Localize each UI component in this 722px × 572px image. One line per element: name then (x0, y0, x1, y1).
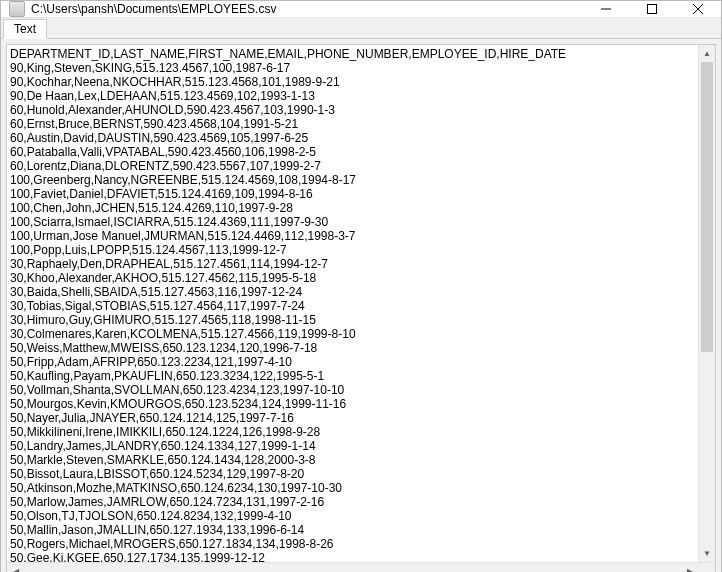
text-line: 30,Colmenares,Karen,KCOLMENA,515.127.456… (10, 327, 713, 341)
text-line: 50,Markle,Steven,SMARKLE,650.124.1434,12… (10, 453, 713, 467)
text-line: 50,Olson,TJ,TJOLSON,650.124.8234,132,199… (10, 509, 713, 523)
text-viewer: DEPARTMENT_ID,LAST_NAME,FIRST_NAME,EMAIL… (6, 44, 716, 572)
window-title: C:\Users\pansh\Documents\EMPLOYEES.csv (31, 2, 583, 16)
text-line: 100,Sciarra,Ismael,ISCIARRA,515.124.4369… (10, 215, 713, 229)
text-content[interactable]: DEPARTMENT_ID,LAST_NAME,FIRST_NAME,EMAIL… (7, 45, 715, 572)
text-line: 60,Ernst,Bruce,BERNST,590.423.4568,104,1… (10, 117, 713, 131)
text-line: 90,King,Steven,SKING,515.123.4567,100,19… (10, 61, 713, 75)
scroll-corner (698, 563, 715, 572)
text-line: 50,Nayer,Julia,JNAYER,650.124.1214,125,1… (10, 411, 713, 425)
text-line: 50,Marlow,James,JAMRLOW,650.124.7234,131… (10, 495, 713, 509)
text-line: 30,Tobias,Sigal,STOBIAS,515.127.4564,117… (10, 299, 713, 313)
app-window: C:\Users\pansh\Documents\EMPLOYEES.csv T… (0, 0, 722, 572)
text-line: 50,Mikkilineni,Irene,IMIKKILI,650.124.12… (10, 425, 713, 439)
svg-rect-1 (648, 5, 657, 14)
text-line: 100,Greenberg,Nancy,NGREENBE,515.124.456… (10, 173, 713, 187)
text-line: 50,Mallin,Jason,JMALLIN,650.127.1934,133… (10, 523, 713, 537)
text-line: 30,Raphaely,Den,DRAPHEAL,515.127.4561,11… (10, 257, 713, 271)
close-button[interactable] (675, 1, 721, 17)
text-line: 50,Vollman,Shanta,SVOLLMAN,650.123.4234,… (10, 383, 713, 397)
text-line: 100,Faviet,Daniel,DFAVIET,515.124.4169,1… (10, 187, 713, 201)
text-line: 50,Kaufling,Payam,PKAUFLIN,650.123.3234,… (10, 369, 713, 383)
text-line: 90,De Haan,Lex,LDEHAAN,515.123.4569,102,… (10, 89, 713, 103)
vertical-scrollbar[interactable]: ▲ ▼ (698, 45, 715, 562)
scroll-up-icon[interactable]: ▲ (699, 45, 715, 62)
scroll-left-icon[interactable]: ◀ (7, 563, 24, 572)
app-icon (9, 1, 25, 17)
text-line: 100,Urman,Jose Manuel,JMURMAN,515.124.44… (10, 229, 713, 243)
text-line: 30,Himuro,Guy,GHIMURO,515.127.4565,118,1… (10, 313, 713, 327)
minimize-icon (601, 4, 611, 14)
minimize-button[interactable] (583, 1, 629, 17)
text-line: 50,Rogers,Michael,MROGERS,650.127.1834,1… (10, 537, 713, 551)
vscroll-thumb[interactable] (701, 62, 713, 352)
text-line: 100,Chen,John,JCHEN,515.124.4269,110,199… (10, 201, 713, 215)
text-line: 90,Kochhar,Neena,NKOCHHAR,515.123.4568,1… (10, 75, 713, 89)
text-line: 60,Austin,David,DAUSTIN,590.423.4569,105… (10, 131, 713, 145)
text-line: 50,Landry,James,JLANDRY,650.124.1334,127… (10, 439, 713, 453)
text-line: 30,Khoo,Alexander,AKHOO,515.127.4562,115… (10, 271, 713, 285)
maximize-icon (647, 4, 657, 14)
vscroll-track[interactable] (699, 62, 715, 545)
text-line: 50,Bissot,Laura,LBISSOT,650.124.5234,129… (10, 467, 713, 481)
maximize-button[interactable] (629, 1, 675, 17)
text-line: 50,Fripp,Adam,AFRIPP,650.123.2234,121,19… (10, 355, 713, 369)
horizontal-scrollbar[interactable]: ◀ ▶ (7, 562, 715, 572)
hscroll-track[interactable] (24, 563, 681, 572)
scroll-right-icon[interactable]: ▶ (681, 563, 698, 572)
text-line: 50,Weiss,Matthew,MWEISS,650.123.1234,120… (10, 341, 713, 355)
tab-bar: Text (1, 18, 721, 39)
text-line: 60,Lorentz,Diana,DLORENTZ,590.423.5567,1… (10, 159, 713, 173)
scroll-down-icon[interactable]: ▼ (699, 545, 715, 562)
text-line: 60,Hunold,Alexander,AHUNOLD,590.423.4567… (10, 103, 713, 117)
tab-text[interactable]: Text (3, 19, 47, 39)
text-line: 30,Baida,Shelli,SBAIDA,515.127.4563,116,… (10, 285, 713, 299)
content-panel: DEPARTMENT_ID,LAST_NAME,FIRST_NAME,EMAIL… (1, 39, 721, 572)
titlebar[interactable]: C:\Users\pansh\Documents\EMPLOYEES.csv (1, 1, 721, 18)
text-line: 100,Popp,Luis,LPOPP,515.124.4567,113,199… (10, 243, 713, 257)
text-line: 50,Atkinson,Mozhe,MATKINSO,650.124.6234,… (10, 481, 713, 495)
text-line: 50,Mourgos,Kevin,KMOURGOS,650.123.5234,1… (10, 397, 713, 411)
close-icon (693, 4, 703, 14)
text-line: 60,Pataballa,Valli,VPATABAL,590.423.4560… (10, 145, 713, 159)
text-line: DEPARTMENT_ID,LAST_NAME,FIRST_NAME,EMAIL… (10, 47, 713, 61)
